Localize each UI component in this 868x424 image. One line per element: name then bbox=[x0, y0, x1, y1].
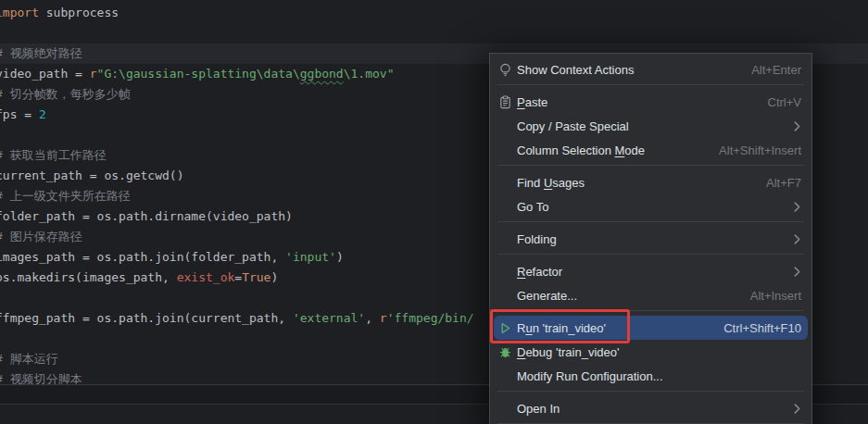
menu-item-label: Show Context Actions bbox=[517, 63, 634, 77]
menu-item-find-usages[interactable]: Find UsagesAlt+F7 bbox=[490, 170, 811, 194]
menu-separator bbox=[490, 162, 811, 170]
submenu-arrow-icon bbox=[793, 121, 801, 131]
menu-item-go-to[interactable]: Go To bbox=[490, 194, 811, 218]
code-line: video_path = r"G:\gaussian-splatting\dat… bbox=[0, 64, 474, 84]
menu-item-label: Paste bbox=[517, 95, 547, 109]
code-token: \1.mov" bbox=[344, 67, 395, 81]
code-token: # 视频绝对路径 bbox=[0, 46, 82, 60]
submenu-arrow-icon bbox=[793, 267, 801, 277]
menu-item-shortcut: Alt+Enter bbox=[751, 63, 801, 77]
menu-item-label: Refactor bbox=[517, 265, 562, 279]
lightbulb-icon bbox=[497, 62, 512, 77]
menu-item-label: Run 'train_video' bbox=[517, 321, 606, 335]
code-line: # 视频绝对路径 bbox=[0, 44, 474, 64]
menu-item-label: Debug 'train_video' bbox=[517, 345, 619, 359]
submenu-arrow-icon bbox=[793, 234, 801, 244]
submenu-arrow-icon bbox=[793, 202, 801, 212]
code-line bbox=[0, 288, 474, 308]
code-token: import bbox=[0, 6, 39, 19]
code-token: ggbond bbox=[300, 67, 344, 81]
code-token: = bbox=[234, 270, 242, 284]
code-line: images_path = os.path.join(folder_path, … bbox=[0, 247, 474, 268]
menu-item-label: Folding bbox=[517, 232, 557, 246]
menu-item-shortcut: Alt+Insert bbox=[750, 289, 801, 303]
code-token: # 获取当前工作路径 bbox=[0, 148, 107, 162]
menu-item-modify-run-configuration[interactable]: Modify Run Configuration... bbox=[490, 364, 811, 388]
menu-separator bbox=[490, 420, 811, 424]
code-token: ) bbox=[336, 250, 344, 264]
code-token: fps = bbox=[0, 107, 39, 121]
menu-item-paste[interactable]: PasteCtrl+V bbox=[490, 90, 811, 114]
menu-item-generate[interactable]: Generate...Alt+Insert bbox=[490, 283, 811, 307]
code-token: 'external' bbox=[293, 311, 365, 325]
debug-icon bbox=[497, 344, 512, 359]
menu-item-shortcut: Ctrl+V bbox=[768, 95, 801, 109]
menu-separator bbox=[490, 251, 811, 259]
menu-item-label: Modify Run Configuration... bbox=[517, 369, 663, 383]
menu-item-label: Column Selection Mode bbox=[517, 143, 645, 157]
menu-separator bbox=[490, 307, 811, 316]
run-icon bbox=[497, 320, 512, 335]
menu-item-refactor[interactable]: Refactor bbox=[490, 259, 811, 283]
menu-item-label: Find Usages bbox=[517, 176, 585, 190]
code-line: # 图片保存路径 bbox=[0, 227, 474, 247]
code-token: True bbox=[242, 270, 270, 284]
code-token: # 脚本运行 bbox=[0, 352, 58, 366]
menu-item-open-in[interactable]: Open In bbox=[490, 396, 811, 420]
menu-item-shortcut: Alt+F7 bbox=[766, 176, 801, 190]
menu-separator bbox=[490, 81, 811, 90]
menu-item-folding[interactable]: Folding bbox=[490, 227, 811, 251]
code-token: # 视频切分脚本 bbox=[0, 372, 82, 385]
code-token: video_path = bbox=[0, 67, 90, 81]
code-line: # 获取当前工作路径 bbox=[0, 145, 474, 166]
code-token: 2 bbox=[39, 107, 46, 121]
menu-separator bbox=[490, 388, 811, 396]
code-line: import subprocess bbox=[0, 3, 474, 23]
menu-separator bbox=[490, 218, 811, 227]
code-token: images_path = os.path.join(folder_path, bbox=[0, 250, 285, 264]
code-token: current_path = os.getcwd() bbox=[0, 168, 184, 182]
code-line bbox=[0, 23, 474, 44]
code-token: , bbox=[365, 311, 380, 325]
submenu-arrow-icon bbox=[793, 404, 801, 414]
code-line: folder_path = os.path.dirname(video_path… bbox=[0, 206, 474, 227]
code-token: exist_ok bbox=[177, 270, 235, 284]
code-token: r bbox=[380, 311, 387, 325]
code-lines: import osimport subprocess# 视频绝对路径video_… bbox=[0, 0, 474, 385]
code-token: # 切分帧数，每秒多少帧 bbox=[0, 87, 131, 101]
code-line: # 脚本运行 bbox=[0, 349, 474, 369]
code-token: r bbox=[90, 67, 97, 81]
menu-item-copy-paste-special[interactable]: Copy / Paste Special bbox=[490, 114, 811, 138]
menu-item-label: Generate... bbox=[517, 289, 577, 303]
code-token: subprocess bbox=[39, 6, 119, 19]
clipboard-icon bbox=[497, 94, 512, 109]
code-line bbox=[0, 329, 474, 349]
code-token: ffmpeg_path = os.path.join(current_path, bbox=[0, 311, 293, 325]
code-line: # 视频切分脚本 bbox=[0, 369, 474, 385]
menu-item-show-context-actions[interactable]: Show Context ActionsAlt+Enter bbox=[490, 57, 811, 81]
code-token: # 图片保存路径 bbox=[0, 230, 82, 243]
code-line: fps = 2 bbox=[0, 105, 474, 125]
menu-item-debug-train-video[interactable]: Debug 'train_video' bbox=[490, 340, 811, 364]
code-line: ffmpeg_path = os.path.join(current_path,… bbox=[0, 308, 474, 329]
ide-window: { "colors": { "editor_bg": "#1e1f22", "c… bbox=[0, 0, 868, 424]
menu-item-shortcut: Ctrl+Shift+F10 bbox=[723, 321, 801, 335]
code-token: 'input' bbox=[285, 250, 336, 264]
menu-item-run-train-video[interactable]: Run 'train_video'Ctrl+Shift+F10 bbox=[490, 316, 811, 340]
code-token: ) bbox=[270, 270, 278, 284]
code-line: os.makedirs(images_path, exist_ok=True) bbox=[0, 268, 474, 288]
menu-item-shortcut: Alt+Shift+Insert bbox=[719, 143, 801, 157]
code-token: "G:\gaussian-splatting\data\ bbox=[97, 67, 300, 81]
code-token: # 上一级文件夹所在路径 bbox=[0, 189, 131, 203]
menu-item-label: Open In bbox=[517, 402, 560, 416]
code-token: folder_path = os.path.dirname(video_path… bbox=[0, 209, 293, 223]
menu-item-label: Copy / Paste Special bbox=[517, 119, 629, 133]
menu-item-label: Go To bbox=[517, 200, 548, 214]
editor-context-menu: Show Context ActionsAlt+EnterPasteCtrl+V… bbox=[489, 53, 812, 424]
code-line bbox=[0, 125, 474, 145]
code-line: current_path = os.getcwd() bbox=[0, 166, 474, 186]
code-token: 'ffmpeg/bin/ bbox=[387, 311, 474, 325]
code-token: os.makedirs(images_path, bbox=[0, 270, 177, 284]
code-line: # 切分帧数，每秒多少帧 bbox=[0, 84, 474, 105]
menu-item-column-selection-mode[interactable]: Column Selection ModeAlt+Shift+Insert bbox=[490, 138, 811, 162]
